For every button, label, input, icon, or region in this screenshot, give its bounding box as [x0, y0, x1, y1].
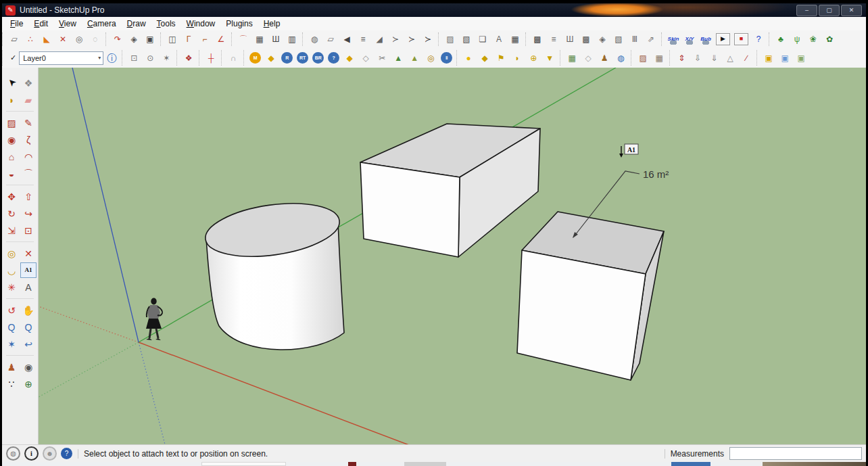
physics-bub-icon[interactable]: Bub	[698, 32, 714, 47]
close-button[interactable]: ✕	[841, 5, 862, 16]
sphere-joint-icon[interactable]: ⊕	[525, 51, 541, 66]
look-around-tool[interactable]: ◉	[20, 359, 37, 375]
grass-icon[interactable]: ψ	[789, 32, 805, 47]
plugin-28-icon[interactable]: ❏	[475, 32, 491, 47]
plugin-38-icon[interactable]: ⇗	[643, 32, 659, 47]
plugin-04-icon[interactable]: ✕	[55, 32, 71, 47]
follow-me-tool[interactable]: ↪	[20, 206, 37, 221]
plugin-01-icon[interactable]: ▱	[6, 32, 22, 47]
pie-tool[interactable]: ◒	[3, 166, 20, 181]
plugin-35-icon[interactable]: ◈	[594, 32, 610, 47]
add-detail-icon[interactable]: △	[722, 51, 738, 66]
tape-measure-tool[interactable]: ◎	[3, 246, 20, 261]
measurements-input[interactable]	[729, 447, 862, 460]
smoove-icon[interactable]: ⇕	[673, 51, 690, 66]
from-scratch-icon[interactable]: ▦	[651, 51, 667, 66]
plugin-30-icon[interactable]: ▦	[507, 32, 523, 47]
menu-draw[interactable]: Draw	[122, 18, 151, 30]
menu-plugins[interactable]: Plugins	[220, 18, 258, 30]
position-camera-tool[interactable]: ♟	[3, 359, 20, 375]
menu-tools[interactable]: Tools	[151, 18, 181, 30]
leaf-swirl-icon[interactable]: ❀	[805, 32, 821, 47]
google-earth-icon[interactable]: ◍	[612, 51, 629, 66]
menu-file[interactable]: File	[5, 18, 28, 30]
plugin-24-icon[interactable]: ≻	[404, 32, 420, 47]
terrain-a-icon[interactable]: ▲	[390, 51, 406, 66]
red-bezier-icon[interactable]: ❖	[180, 51, 197, 66]
menu-camera[interactable]: Camera	[82, 18, 122, 30]
plugin-32-icon[interactable]: ≡	[546, 32, 562, 47]
plugin-12-icon[interactable]: ⌐	[197, 32, 213, 47]
plugin-13-icon[interactable]: ∠	[213, 32, 229, 47]
solid-union-icon[interactable]: ▣	[761, 51, 777, 66]
section-plane-tool[interactable]: ⊕	[20, 376, 37, 392]
ball-joint-icon[interactable]: ●	[460, 51, 477, 66]
r-badge-icon[interactable]: R	[281, 52, 293, 64]
shape-box-icon[interactable]: ⊡	[126, 51, 142, 66]
rectangle-tool[interactable]: ▨	[3, 115, 20, 131]
plugin-02-icon[interactable]: ∴	[22, 32, 39, 47]
physics-play-icon[interactable]: ▶	[716, 33, 730, 45]
plugin-06-icon[interactable]: ◌	[87, 32, 103, 47]
arc-tool[interactable]: ⌒	[20, 166, 37, 181]
plugin-36-icon[interactable]: ▧	[610, 32, 627, 47]
plugin-26-icon[interactable]: ▨	[442, 32, 458, 47]
pan-tool[interactable]: ✋	[20, 302, 37, 318]
credits-info-icon[interactable]: i	[24, 446, 39, 461]
zoom-window-tool[interactable]: Q	[20, 319, 37, 335]
plugin-23-icon[interactable]: ≻	[387, 32, 404, 47]
plugin-11-icon[interactable]: Γ	[180, 32, 197, 47]
photo-figure-icon[interactable]: ♟	[596, 51, 612, 66]
plugin-09-icon[interactable]: ▣	[142, 32, 158, 47]
menu-edit[interactable]: Edit	[28, 18, 53, 30]
plugin-03-icon[interactable]: ◣	[39, 32, 55, 47]
arc-dome-icon[interactable]: ∩	[225, 51, 241, 66]
cylinder[interactable]	[202, 195, 344, 350]
target-icon[interactable]: ◎	[423, 51, 439, 66]
scale-tool[interactable]: ⇲	[3, 223, 20, 238]
plugin-29-icon[interactable]: A	[491, 32, 507, 47]
menu-help[interactable]: Help	[258, 18, 286, 30]
dome-joint-icon[interactable]: ◗	[509, 51, 525, 66]
map-icon[interactable]: ▦	[564, 51, 580, 66]
flip-edge-icon[interactable]: ∕	[738, 51, 754, 66]
physics-xy-icon[interactable]: X/Y	[681, 32, 698, 47]
from-contours-icon[interactable]: ▨	[635, 51, 651, 66]
tree-icon[interactable]: ♣	[773, 32, 789, 47]
plugin-37-icon[interactable]: Ⅲ	[627, 32, 643, 47]
scene[interactable]: 16 m² A1	[39, 68, 866, 445]
menu-view[interactable]: View	[53, 18, 82, 30]
drawing-canvas[interactable]: 16 m² A1	[39, 68, 866, 445]
eraser-tool[interactable]: ▰	[20, 92, 37, 108]
box-joint-icon[interactable]: ◆	[477, 51, 493, 66]
dimension-tool[interactable]: ✕	[20, 246, 37, 261]
plugin-08-icon[interactable]: ◈	[126, 32, 142, 47]
rotate-tool[interactable]: ↻	[3, 206, 20, 221]
plugin-33-icon[interactable]: Ш	[562, 32, 578, 47]
freehand-tool[interactable]: ζ	[20, 132, 37, 147]
plugin-27-icon[interactable]: ▧	[458, 32, 475, 47]
tag-e-icon[interactable]: ◆	[341, 51, 358, 66]
offset-tool[interactable]: ⊡	[20, 223, 37, 238]
shape-star-icon[interactable]: ✶	[158, 51, 174, 66]
pause-icon[interactable]: ‖	[441, 52, 452, 64]
physics-help-icon[interactable]: ?	[750, 32, 767, 47]
shape-sphere-icon[interactable]: ⊙	[142, 51, 158, 66]
area-label[interactable]: 16 m²	[643, 168, 669, 180]
solid-intersect-icon[interactable]: ▣	[793, 51, 809, 66]
push-pull-tool[interactable]: ⇧	[20, 189, 37, 204]
diamond-icon[interactable]: ◇	[358, 51, 374, 66]
walk-tool[interactable]: ∵	[3, 376, 20, 392]
help-badge-icon[interactable]: ?	[328, 52, 339, 64]
plugin-05-icon[interactable]: ◎	[71, 32, 87, 47]
plugin-31-icon[interactable]: ▩	[529, 32, 546, 47]
line-tool[interactable]: ✎	[20, 115, 37, 131]
protractor-tool[interactable]: ◡	[3, 262, 20, 278]
minimize-button[interactable]: –	[796, 5, 817, 16]
plugin-17-icon[interactable]: ▥	[284, 32, 300, 47]
physics-stop-icon[interactable]: ■	[734, 33, 748, 45]
polygon-tool[interactable]: ⌂	[3, 149, 20, 164]
tag-yellow-icon[interactable]: ◆	[263, 51, 279, 66]
arc-2point-tool[interactable]: ◠	[20, 149, 37, 164]
layer-manager-icon[interactable]: ⓘ	[103, 51, 120, 66]
